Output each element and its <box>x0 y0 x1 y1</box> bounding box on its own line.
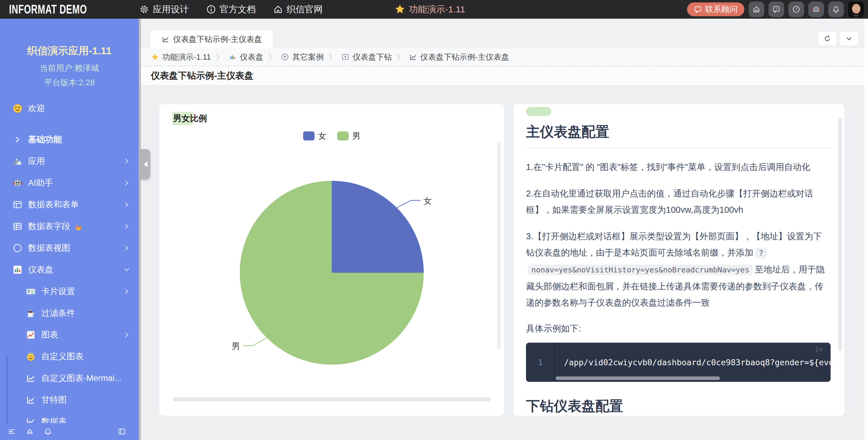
main-area: 仪表盘下钻示例-主仪表盘 功能演示-1.11 》 仪表盘 》 其它案例 <box>141 19 868 440</box>
chevron-right-icon <box>124 202 130 208</box>
notifications-button[interactable] <box>828 1 844 17</box>
card-vertical-scrollbar[interactable] <box>838 117 842 351</box>
sidebar-item-gantt[interactable]: 甘特图 <box>0 389 139 411</box>
ai-assistant-button[interactable] <box>808 1 824 17</box>
code-language-label: js <box>815 345 823 352</box>
feedback-button[interactable]: ? <box>769 1 784 17</box>
card-icon <box>25 286 36 297</box>
comment-question-icon: ? <box>772 5 780 13</box>
breadcrumb-item-dashboards[interactable]: 仪表盘 <box>228 52 263 62</box>
page-title: 仪表盘下钻示例-主仪表盘 <box>141 66 868 85</box>
chevron-right-icon <box>12 134 23 145</box>
breadcrumb: 功能演示-1.11 》 仪表盘 》 其它案例 》 仪表盘下钻 》 仪表盘下钻示例… <box>141 48 868 66</box>
code-block[interactable]: 1 /app/vid02cwiycvb0/dashboard/c0ce983rb… <box>526 343 831 382</box>
chevron-down-icon <box>124 267 130 273</box>
home-icon <box>273 4 283 14</box>
legend-item-male[interactable]: 男 <box>337 131 361 141</box>
coffee-icon <box>25 308 36 318</box>
code-horizontal-scrollbar[interactable] <box>556 376 720 380</box>
sidebar-item-custom-charts[interactable]: 自定义图表 <box>0 346 139 367</box>
chevron-right-icon <box>124 245 130 251</box>
chevron-right-icon <box>124 180 130 186</box>
sidebar-item-charts[interactable]: 图表 <box>0 324 139 346</box>
breadcrumb-item-other-cases[interactable]: 其它案例 <box>281 52 323 62</box>
home-button[interactable] <box>749 1 764 17</box>
chat-icon <box>694 5 702 13</box>
eject-icon[interactable] <box>25 427 34 436</box>
breadcrumb-separator: 》 <box>268 52 276 62</box>
help-button[interactable]: ? <box>788 1 804 17</box>
tab-options-button[interactable] <box>839 31 859 46</box>
pie-label-female: 女 <box>424 196 432 206</box>
line-chart-icon <box>25 373 36 384</box>
breadcrumb-item-current[interactable]: 仪表盘下钻示例-主仪表盘 <box>409 52 509 62</box>
chevron-right-icon <box>124 289 130 295</box>
info-icon <box>206 4 216 14</box>
sidebar-item-dashboards[interactable]: 仪表盘 <box>0 259 139 280</box>
code-line-number: 1 <box>526 343 555 382</box>
contact-consultant-button[interactable]: 联系顾问 <box>687 2 744 16</box>
pie-label-male: 男 <box>231 341 240 351</box>
line-chart-icon <box>25 395 36 405</box>
card-vertical-scrollbar[interactable] <box>497 142 501 349</box>
doc-paragraph-3: 3.【打开侧边栏或对话框】展示类型设置为【外部页面】，【地址】设置为下钻仪表盘的… <box>526 228 831 311</box>
sidebar-item-table-views[interactable]: 数据表视图 <box>0 237 139 259</box>
pie-chart[interactable]: 女 男 <box>159 143 504 399</box>
tab-dashboard-drilldown[interactable]: 仪表盘下钻示例-主仪表盘 <box>151 30 273 48</box>
inline-code-question: ? <box>755 248 767 258</box>
chevron-down-icon <box>845 35 852 42</box>
top-header: INFORMAT DEMO 应用设计 官方文档 织信官网 功能演示-1.11 联… <box>0 0 868 19</box>
question-circle-icon: ? <box>792 5 801 13</box>
sidebar-group-basic-functions[interactable]: 基础功能 <box>0 129 139 150</box>
bell-icon[interactable] <box>43 427 53 436</box>
sidebar-item-apps[interactable]: 应用 <box>0 150 139 172</box>
breadcrumb-separator: 》 <box>216 52 223 62</box>
brand-logo: INFORMAT DEMO <box>9 2 100 17</box>
sidebar-item-welcome[interactable]: 欢迎 <box>0 98 139 120</box>
triangle-left-icon <box>143 161 149 168</box>
sidebar-menu: 欢迎 基础功能 应用 AI助手 数据表和表单 <box>0 98 139 433</box>
config-doc-card: 主仪表盘配置 1.在"卡片配置" 的 "图表"标签，找到"事件"菜单，设置到点击… <box>513 104 844 416</box>
refresh-icon <box>824 35 831 42</box>
chevron-right-icon <box>124 158 130 164</box>
sidebar-collapse-handle[interactable] <box>141 149 150 179</box>
sidebar-item-tables-forms[interactable]: 数据表和表单 <box>0 194 139 215</box>
sidebar-item-card-settings[interactable]: 卡片设置 <box>0 280 139 302</box>
robot-icon <box>812 5 820 14</box>
sidebar-item-ai-assistant[interactable]: AI助手 <box>0 172 139 194</box>
refresh-button[interactable] <box>818 31 837 46</box>
pie-leader-line-female <box>397 200 421 208</box>
sidebar-platform-version: 平台版本:2.28 <box>0 77 139 88</box>
line-chart-icon <box>409 53 417 61</box>
app-badge[interactable]: 功能演示-1.11 <box>395 3 465 16</box>
nav-app-design[interactable]: 应用设计 <box>140 3 189 16</box>
app-window: INFORMAT DEMO 应用设计 官方文档 织信官网 功能演示-1.11 联… <box>0 0 868 440</box>
sidebar-item-filter-conditions[interactable]: 过滤条件 <box>0 302 139 324</box>
legend-item-female[interactable]: 女 <box>303 131 326 141</box>
legend-swatch-male <box>337 131 349 140</box>
sidebar-item-custom-charts-mermaid[interactable]: 自定义图表-Mermai... <box>0 367 139 389</box>
arrow-up-circle-icon <box>281 53 289 61</box>
pie-slice-female[interactable] <box>332 181 424 273</box>
bar-chart-icon <box>12 264 23 275</box>
collapse-panel-icon[interactable] <box>117 427 126 436</box>
doc-paragraph-2: 2.在自动化里通过获取用户点击的值，通过自动化步骤【打开侧边栏或对话框】，如果需… <box>526 185 831 218</box>
star-icon <box>395 4 405 15</box>
sidebar-scrollbar-track[interactable] <box>139 19 141 440</box>
breadcrumb-item-demo[interactable]: 功能演示-1.11 <box>151 52 211 62</box>
card-horizontal-scrollbar[interactable] <box>173 398 491 401</box>
user-avatar[interactable] <box>848 1 864 17</box>
nav-official-site[interactable]: 织信官网 <box>273 3 323 16</box>
angel-smiley-icon <box>25 351 36 362</box>
sidebar-item-table-fields[interactable]: 数据表字段 <box>0 215 139 237</box>
nav-official-docs[interactable]: 官方文档 <box>206 3 256 16</box>
legend-swatch-female <box>303 131 315 140</box>
doc-content: 主仪表盘配置 1.在"卡片配置" 的 "图表"标签，找到"事件"菜单，设置到点击… <box>513 104 844 416</box>
breadcrumb-item-drilldown-folder[interactable]: 仪表盘下钻 <box>341 52 392 62</box>
star-icon <box>151 53 159 61</box>
menu-lines-icon[interactable] <box>7 427 16 436</box>
sidebar-footer <box>0 423 136 440</box>
bell-icon <box>832 5 840 13</box>
page-scrollbar-track[interactable] <box>864 19 868 440</box>
chart-title: 男女比例 <box>173 112 209 125</box>
